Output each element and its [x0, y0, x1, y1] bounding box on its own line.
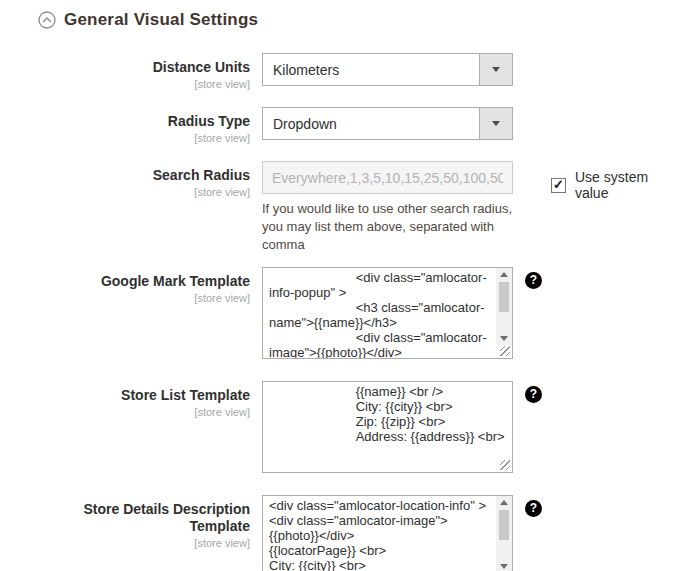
row-store-list-template: Store List Template [store view] {{name}…	[38, 381, 685, 473]
triangle-up-icon	[500, 272, 508, 277]
google-mark-template-label: Google Mark Template	[101, 273, 250, 290]
distance-units-label: Distance Units	[153, 59, 250, 76]
radius-type-label: Radius Type	[168, 113, 250, 130]
search-radius-label: Search Radius	[153, 167, 250, 184]
google-mark-template-content[interactable]: <div class="amlocator-info-popup" > <h3 …	[263, 268, 496, 358]
store-details-template-label: Store Details Description Template	[65, 501, 250, 535]
row-radius-type: Radius Type [store view] Dropdown	[38, 107, 685, 144]
search-radius-note: If you would like to use other search ra…	[262, 200, 513, 254]
section-header: General Visual Settings	[38, 10, 685, 30]
scrollbar[interactable]	[496, 496, 512, 571]
store-list-template-content[interactable]: {{name}} <br /> City: {{city}} <br> Zip:…	[263, 382, 512, 472]
row-distance-units: Distance Units [store view] Kilometers	[38, 53, 685, 90]
scrollbar[interactable]	[496, 268, 512, 345]
distance-units-scope: [store view]	[194, 78, 250, 90]
google-mark-template-scope: [store view]	[194, 292, 250, 304]
store-details-template-content[interactable]: <div class="amlocator-location-info" > <…	[263, 496, 496, 571]
distance-units-selected-value: Kilometers	[263, 54, 479, 85]
store-list-template-textarea[interactable]: {{name}} <br /> City: {{city}} <br> Zip:…	[262, 381, 513, 473]
distance-units-select[interactable]: Kilometers	[262, 53, 513, 86]
store-list-template-label: Store List Template	[121, 387, 250, 404]
radius-type-selected-value: Dropdown	[263, 108, 479, 139]
store-details-template-scope: [store view]	[194, 537, 250, 549]
help-icon[interactable]: ?	[525, 386, 542, 403]
scroll-up-button[interactable]	[496, 268, 512, 281]
scroll-down-button[interactable]	[496, 560, 512, 571]
distance-units-dropdown-button[interactable]	[479, 54, 512, 85]
radius-type-dropdown-button[interactable]	[479, 108, 512, 139]
help-icon[interactable]: ?	[525, 272, 542, 289]
scroll-down-button[interactable]	[496, 332, 512, 345]
triangle-down-icon	[500, 564, 508, 569]
search-radius-input[interactable]	[262, 161, 513, 194]
resize-grip-icon[interactable]	[500, 346, 510, 356]
radius-type-scope: [store view]	[194, 132, 250, 144]
use-system-value-label[interactable]: Use system value	[575, 169, 685, 201]
triangle-up-icon	[500, 500, 508, 505]
row-store-details-template: Store Details Description Template [stor…	[38, 495, 685, 571]
help-icon[interactable]: ?	[525, 500, 542, 517]
store-list-template-scope: [store view]	[194, 406, 250, 418]
chevron-down-icon	[492, 67, 500, 72]
section-title: General Visual Settings	[64, 10, 258, 30]
chevron-up-circle-icon	[38, 11, 56, 29]
row-google-mark-template: Google Mark Template [store view] <div c…	[38, 267, 685, 359]
scroll-up-button[interactable]	[496, 496, 512, 509]
scrollbar-thumb[interactable]	[499, 282, 509, 312]
chevron-down-icon	[492, 121, 500, 126]
row-search-radius: Search Radius [store view] If you would …	[38, 161, 685, 254]
collapse-section-button[interactable]	[38, 11, 56, 29]
triangle-down-icon	[500, 336, 508, 341]
radius-type-select[interactable]: Dropdown	[262, 107, 513, 140]
use-system-value-checkbox[interactable]	[551, 178, 566, 193]
resize-grip-icon[interactable]	[500, 460, 510, 470]
scrollbar-thumb[interactable]	[499, 510, 509, 540]
store-details-template-textarea[interactable]: <div class="amlocator-location-info" > <…	[262, 495, 513, 571]
search-radius-scope: [store view]	[194, 186, 250, 198]
google-mark-template-textarea[interactable]: <div class="amlocator-info-popup" > <h3 …	[262, 267, 513, 359]
